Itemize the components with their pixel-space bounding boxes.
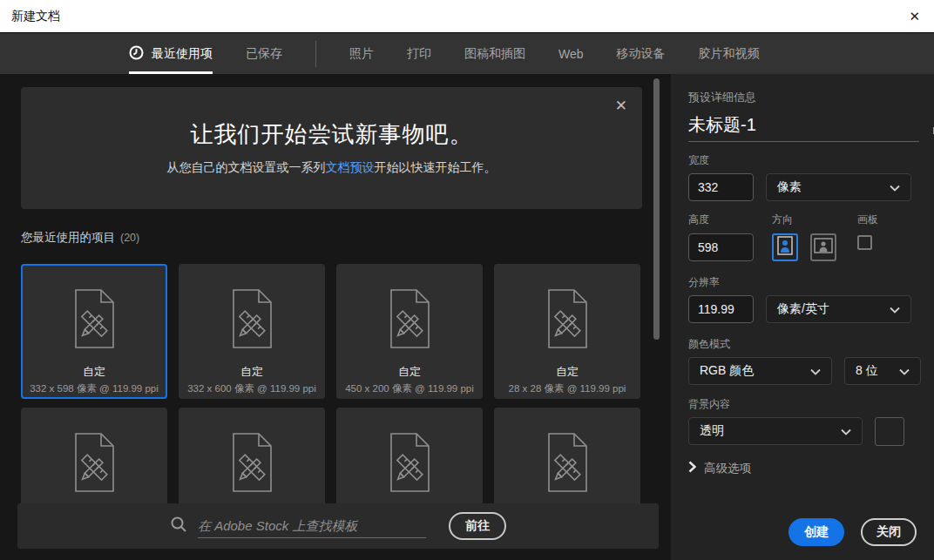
search-input[interactable] [198,514,426,538]
height-input[interactable] [688,233,754,261]
close-button[interactable]: 关闭 [861,518,917,546]
recent-cards-row-1: 自定 332 x 598 像素 @ 119.99 ppi 自定 332 x 60… [21,264,640,399]
card-name: 自定 [556,364,579,380]
document-presets-link[interactable]: 文档预设 [326,160,375,174]
tab-divider [315,41,316,67]
vertical-scrollbar[interactable] [653,78,660,340]
document-template-icon [227,287,277,354]
main-panel: ✕ 让我们开始尝试新事物吧。 从您自己的文档设置或一系列文档预设开始以快速开始工… [0,74,671,560]
document-template-icon [384,287,435,354]
tab-mobile[interactable]: 移动设备 [617,33,666,74]
recent-card[interactable]: 自定 28 x 28 像素 @ 119.99 ppi [494,264,640,399]
advanced-options-toggle[interactable]: 高级选项 [688,461,911,476]
document-template-icon [227,431,277,497]
titlebar: 新建文档 ✕ [0,0,934,33]
resolution-input[interactable] [688,295,754,323]
chevron-down-icon [890,179,900,195]
recent-card[interactable]: 自定 450 x 200 像素 @ 119.99 ppi [336,264,483,399]
dialog-actions: 创建 关闭 [788,518,917,546]
recent-card[interactable] [179,408,325,503]
search-icon [170,516,187,536]
recent-card[interactable] [336,408,483,503]
resolution-row: 像素/英寸 [688,295,911,323]
artboard-checkbox[interactable] [857,235,872,250]
background-contents-label: 背景内容 [688,397,911,412]
color-mode-row: RGB 颜色 8 位 [688,357,911,385]
card-dimensions: 450 x 200 像素 @ 119.99 ppi [345,382,474,395]
tab-art-illustration[interactable]: 图稿和插图 [464,33,525,74]
background-row: 透明 [688,417,911,446]
preset-details-panel: 预设详细信息 宽度 像素 高度 方向 [671,74,934,560]
document-template-icon [384,431,435,497]
new-document-dialog: 新建文档 ✕ 最近使用项 已保存 照片 打印 图稿和插图 Web 移动设备 胶片… [0,0,934,560]
stock-search-bar: 前往 [17,503,659,549]
width-label: 宽度 [688,153,911,168]
resolution-label: 分辨率 [688,275,911,290]
recent-items-count: (20) [120,232,139,244]
height-orientation-artboard-row: 高度 方向 [688,213,911,261]
landscape-icon [814,238,833,257]
tab-recent[interactable]: 最近使用项 [129,33,213,74]
bit-depth-dropdown[interactable]: 8 位 [844,357,921,385]
orientation-landscape-button[interactable] [810,233,836,261]
background-color-swatch[interactable] [875,417,904,446]
width-row: 像素 [688,173,911,201]
tab-web[interactable]: Web [558,33,584,74]
orientation-buttons [772,233,836,261]
chevron-down-icon [890,301,900,317]
clock-icon [129,45,144,63]
card-dimensions: 28 x 28 像素 @ 119.99 ppi [509,382,626,395]
artboard-label: 画板 [857,213,878,227]
promo-banner: ✕ 让我们开始尝试新事物吧。 从您自己的文档设置或一系列文档预设开始以快速开始工… [21,87,642,209]
go-button[interactable]: 前往 [449,512,506,540]
card-name: 自定 [398,364,421,380]
card-dimensions: 332 x 598 像素 @ 119.99 ppi [30,382,159,395]
height-label: 高度 [688,213,754,227]
chevron-down-icon [810,363,821,379]
document-template-icon [542,287,592,354]
recent-cards-row-2 [21,408,640,503]
document-title-input[interactable] [688,115,919,142]
recent-card[interactable] [494,408,640,503]
recent-card[interactable]: 自定 332 x 598 像素 @ 119.99 ppi [21,264,167,399]
window-close-icon[interactable]: ✕ [909,9,920,24]
document-template-icon [69,287,119,354]
chevron-right-icon [688,461,696,476]
width-input[interactable] [688,173,754,201]
orientation-column: 方向 [772,213,836,261]
tab-film-video[interactable]: 胶片和视频 [699,33,760,74]
document-title-row [688,115,911,142]
color-mode-label: 颜色模式 [688,337,911,352]
artboard-column: 画板 [857,213,878,261]
dialog-title: 新建文档 [11,9,60,24]
tab-photo[interactable]: 照片 [349,33,374,74]
banner-close-icon[interactable]: ✕ [615,97,627,115]
height-column: 高度 [688,213,754,261]
tab-saved[interactable]: 已保存 [246,33,282,74]
card-name: 自定 [240,364,263,380]
tab-label: 最近使用项 [152,46,213,62]
tab-print[interactable]: 打印 [407,33,431,74]
banner-title: 让我们开始尝试新事物吧。 [21,119,642,150]
resolution-unit-dropdown[interactable]: 像素/英寸 [766,295,911,323]
document-template-icon [542,431,592,497]
portrait-icon [777,236,793,259]
document-template-icon [69,431,119,497]
banner-subtitle: 从您自己的文档设置或一系列文档预设开始以快速开始工作。 [21,160,642,176]
background-dropdown[interactable]: 透明 [688,417,863,445]
width-unit-dropdown[interactable]: 像素 [766,173,911,201]
category-tabbar: 最近使用项 已保存 照片 打印 图稿和插图 Web 移动设备 胶片和视频 [0,33,934,74]
card-name: 自定 [83,364,105,380]
create-button[interactable]: 创建 [788,518,844,546]
recent-card[interactable]: 自定 332 x 600 像素 @ 119.99 ppi [179,264,325,399]
preset-details-heading: 预设详细信息 [688,90,911,105]
card-dimensions: 332 x 600 像素 @ 119.99 ppi [187,382,316,395]
color-mode-dropdown[interactable]: RGB 颜色 [688,357,832,385]
chevron-down-icon [841,423,851,439]
recent-card[interactable] [21,408,167,503]
advanced-options-label: 高级选项 [704,461,751,476]
orientation-portrait-button[interactable] [772,233,798,261]
recent-items-heading: 您最近使用的项目(20) [21,230,139,246]
chevron-down-icon [899,363,910,379]
orientation-label: 方向 [772,213,836,227]
